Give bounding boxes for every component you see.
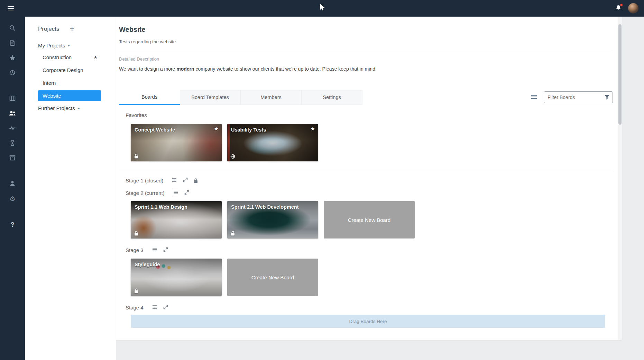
hourglass-icon <box>9 140 16 147</box>
list-icon <box>173 189 179 197</box>
stage-expand-button[interactable] <box>183 177 188 184</box>
project-item-intern[interactable]: Intern <box>38 78 101 88</box>
sidebar-search-button[interactable] <box>5 21 20 36</box>
board-card-styleguide[interactable]: Styleguide <box>131 259 222 296</box>
sidebar-document-button[interactable] <box>5 36 20 51</box>
board-tools <box>530 91 613 103</box>
list-view-button[interactable] <box>530 93 538 102</box>
board-card-sprint-1-1-web-design[interactable]: Sprint 1.1 Web Design <box>131 201 222 238</box>
stage-menu-button[interactable] <box>173 189 179 197</box>
board-title: Styleguide <box>135 262 160 267</box>
search-icon <box>9 25 16 33</box>
stage-label: Stage 1 (closed) <box>126 178 163 183</box>
my-projects-label: My Projects <box>38 43 65 48</box>
sidebar-profile-button[interactable] <box>5 177 20 191</box>
question-mark-icon: ? <box>11 222 15 228</box>
user-avatar[interactable] <box>628 3 638 14</box>
gear-icon: ⚙ <box>9 196 15 202</box>
topbar-right <box>614 3 638 14</box>
section-label-favorites: Favorites <box>126 112 613 118</box>
stage-4-header: Stage 4 <box>126 304 613 311</box>
project-item-website[interactable]: Website <box>38 90 101 101</box>
favorites-board-row: Concept Website ★ Usability Tests ★ <box>131 124 613 161</box>
project-item-corporate-design[interactable]: Corporate Design <box>38 65 101 75</box>
tabs-row: Boards Board Templates Members Settings <box>119 90 613 105</box>
stage-menu-button[interactable] <box>151 246 158 254</box>
kanban-board-icon <box>9 95 16 103</box>
cursor-logo-icon <box>318 7 326 13</box>
project-item-construction[interactable]: Construction ★ <box>38 52 101 63</box>
chevron-down-icon: ▾ <box>68 43 70 48</box>
list-icon <box>151 304 158 311</box>
project-item-label: Website <box>43 93 61 99</box>
board-title: Sprint 2.1 Web Development <box>231 204 299 210</box>
list-view-icon <box>531 93 537 101</box>
stage-expand-button[interactable] <box>163 247 168 253</box>
star-icon[interactable]: ★ <box>311 126 315 132</box>
star-icon[interactable]: ★ <box>93 52 98 63</box>
notifications-button[interactable] <box>614 4 623 13</box>
tab-settings[interactable]: Settings <box>302 90 362 105</box>
sidebar-help-button[interactable]: ? <box>5 217 20 232</box>
board-card-concept-website[interactable]: Concept Website ★ <box>131 124 222 161</box>
scrollbar[interactable] <box>618 17 622 340</box>
board-title: Sprint 1.1 Web Design <box>135 204 187 210</box>
create-new-board-button[interactable]: Create New Board <box>324 201 415 238</box>
lock-icon <box>230 231 235 236</box>
stage-menu-button[interactable] <box>171 177 177 184</box>
board-card-sprint-2-1-web-development[interactable]: Sprint 2.1 Web Development <box>227 201 318 238</box>
project-detail-card: Website Tests regarding the website Deta… <box>116 17 622 340</box>
sidebar-boards-button[interactable] <box>5 91 20 106</box>
lock-icon <box>134 288 139 294</box>
drag-boards-dropzone[interactable]: Drag Boards Here <box>131 315 605 328</box>
tab-boards[interactable]: Boards <box>119 90 180 105</box>
board-card-usability-tests[interactable]: Usability Tests ★ <box>227 124 318 161</box>
sidebar-favorites-button[interactable] <box>5 51 20 66</box>
stage-menu-button[interactable] <box>151 304 158 311</box>
menu-button[interactable] <box>6 3 16 14</box>
sidebar-settings-button[interactable]: ⚙ <box>5 191 20 206</box>
project-description: We want to design a more modern company … <box>119 66 613 72</box>
hamburger-icon <box>8 6 14 7</box>
sidebar-team-button[interactable] <box>5 106 20 121</box>
create-new-board-button[interactable]: Create New Board <box>227 259 318 296</box>
further-projects-group[interactable]: Further Projects ▸ <box>25 105 116 111</box>
document-icon <box>9 39 16 47</box>
stage-label: Stage 2 (current) <box>126 190 165 196</box>
lock-icon <box>193 178 198 183</box>
stage-expand-button[interactable] <box>163 304 168 311</box>
sidebar-archive-button[interactable] <box>5 151 20 166</box>
expand-icon <box>184 190 190 196</box>
project-item-label: Construction <box>43 54 72 60</box>
icon-sidebar: ⚙ ? <box>0 17 25 360</box>
project-item-label: Corporate Design <box>43 67 83 73</box>
board-title: Concept Website <box>135 127 175 133</box>
stage-expand-button[interactable] <box>184 190 190 196</box>
scrollbar-thumb[interactable] <box>618 24 622 125</box>
board-title: Usability Tests <box>231 127 266 133</box>
expand-icon <box>183 177 188 184</box>
stage-3-board-row: Styleguide Create New Board <box>131 259 613 296</box>
expand-icon <box>163 304 168 311</box>
stage-2-board-row: Sprint 1.1 Web Design Sprint 2.1 Web Dev… <box>131 201 613 238</box>
app-logo[interactable] <box>318 3 326 14</box>
sidebar-activity-button[interactable] <box>5 121 20 136</box>
star-icon[interactable]: ★ <box>214 126 219 132</box>
my-projects-group[interactable]: My Projects ▾ <box>25 43 116 48</box>
chevron-right-icon: ▸ <box>78 106 80 110</box>
tab-board-templates[interactable]: Board Templates <box>180 90 241 105</box>
notification-badge <box>620 3 623 7</box>
description-label: Detailed Description <box>119 56 613 62</box>
stage-2-header: Stage 2 (current) <box>126 189 613 197</box>
person-icon <box>9 180 16 188</box>
tab-members[interactable]: Members <box>241 90 302 105</box>
sidebar-history-button[interactable] <box>5 66 20 81</box>
lock-icon <box>134 153 139 159</box>
divider <box>119 170 613 170</box>
sidebar-time-tracking-button[interactable] <box>5 136 20 151</box>
projects-panel: Projects + My Projects ▾ Construction ★ … <box>25 17 116 360</box>
team-icon <box>9 110 16 118</box>
stage-1-header: Stage 1 (closed) <box>126 177 613 184</box>
filter-boards-input[interactable] <box>544 91 613 103</box>
add-project-button[interactable]: + <box>68 25 75 33</box>
